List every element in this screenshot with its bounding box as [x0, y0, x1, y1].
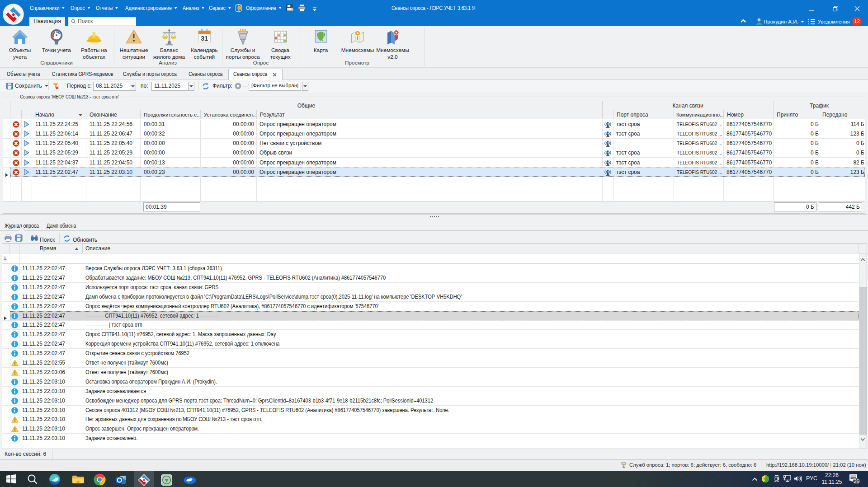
svg-text:26: 26	[854, 478, 859, 484]
svg-text:31: 31	[201, 35, 208, 42]
